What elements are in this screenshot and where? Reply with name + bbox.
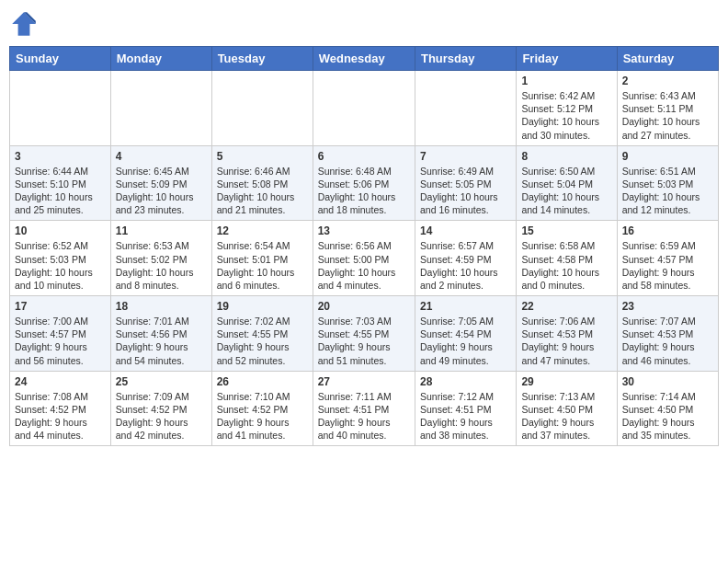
weekday-header-monday: Monday [110,47,211,71]
calendar-cell: 8Sunrise: 6:50 AM Sunset: 5:04 PM Daylig… [517,145,617,221]
day-info: Sunrise: 6:44 AM Sunset: 5:10 PM Dayligh… [15,166,93,216]
calendar-cell: 9Sunrise: 6:51 AM Sunset: 5:03 PM Daylig… [617,145,718,221]
calendar-cell: 11Sunrise: 6:53 AM Sunset: 5:02 PM Dayli… [110,221,211,296]
day-info: Sunrise: 6:51 AM Sunset: 5:03 PM Dayligh… [622,166,700,216]
weekday-header-friday: Friday [517,47,617,71]
weekday-header-wednesday: Wednesday [313,47,415,71]
day-number: 14 [420,224,511,237]
calendar-cell: 15Sunrise: 6:58 AM Sunset: 4:58 PM Dayli… [517,221,617,296]
day-info: Sunrise: 7:05 AM Sunset: 4:54 PM Dayligh… [420,316,494,366]
calendar-cell: 10Sunrise: 6:52 AM Sunset: 5:03 PM Dayli… [10,221,111,296]
calendar-cell: 26Sunrise: 7:10 AM Sunset: 4:52 PM Dayli… [211,371,313,446]
calendar-week-3: 10Sunrise: 6:52 AM Sunset: 5:03 PM Dayli… [10,221,719,296]
day-info: Sunrise: 7:12 AM Sunset: 4:51 PM Dayligh… [420,391,494,442]
day-info: Sunrise: 7:08 AM Sunset: 4:52 PM Dayligh… [15,391,88,442]
day-info: Sunrise: 7:11 AM Sunset: 4:51 PM Dayligh… [318,391,392,442]
day-info: Sunrise: 7:14 AM Sunset: 4:50 PM Dayligh… [622,391,696,442]
day-number: 19 [217,300,308,313]
page-header [9,9,719,39]
day-number: 23 [622,300,713,313]
day-info: Sunrise: 6:57 AM Sunset: 4:59 PM Dayligh… [420,240,498,291]
day-info: Sunrise: 7:13 AM Sunset: 4:50 PM Dayligh… [521,391,595,442]
logo-icon [9,9,39,39]
calendar-cell: 1Sunrise: 6:42 AM Sunset: 5:12 PM Daylig… [517,71,617,146]
calendar-cell: 4Sunrise: 6:45 AM Sunset: 5:09 PM Daylig… [110,145,211,221]
calendar-cell: 30Sunrise: 7:14 AM Sunset: 4:50 PM Dayli… [617,371,718,446]
day-info: Sunrise: 7:10 AM Sunset: 4:52 PM Dayligh… [217,391,290,442]
calendar-week-5: 24Sunrise: 7:08 AM Sunset: 4:52 PM Dayli… [10,371,719,446]
day-info: Sunrise: 6:42 AM Sunset: 5:12 PM Dayligh… [521,90,599,141]
day-number: 6 [318,150,410,163]
calendar-cell: 6Sunrise: 6:48 AM Sunset: 5:06 PM Daylig… [313,145,415,221]
weekday-header-saturday: Saturday [617,47,718,71]
day-number: 28 [420,375,511,388]
calendar-cell: 24Sunrise: 7:08 AM Sunset: 4:52 PM Dayli… [10,371,111,446]
day-number: 16 [622,224,713,237]
day-number: 17 [15,300,106,313]
calendar-cell [313,71,415,146]
day-number: 1 [521,75,611,87]
calendar-cell: 2Sunrise: 6:43 AM Sunset: 5:11 PM Daylig… [617,71,718,146]
calendar-cell: 14Sunrise: 6:57 AM Sunset: 4:59 PM Dayli… [415,221,516,296]
day-info: Sunrise: 6:53 AM Sunset: 5:02 PM Dayligh… [116,240,194,291]
day-info: Sunrise: 7:07 AM Sunset: 4:53 PM Dayligh… [622,316,696,366]
calendar-cell: 28Sunrise: 7:12 AM Sunset: 4:51 PM Dayli… [415,371,516,446]
day-info: Sunrise: 6:49 AM Sunset: 5:05 PM Dayligh… [420,166,498,216]
day-number: 27 [318,375,410,388]
calendar-week-2: 3Sunrise: 6:44 AM Sunset: 5:10 PM Daylig… [10,145,719,221]
day-number: 29 [521,375,611,388]
day-info: Sunrise: 6:52 AM Sunset: 5:03 PM Dayligh… [15,240,93,291]
day-number: 9 [622,150,713,163]
day-number: 7 [420,150,511,163]
day-info: Sunrise: 6:50 AM Sunset: 5:04 PM Dayligh… [521,166,599,216]
day-number: 30 [622,375,713,388]
day-number: 4 [116,150,207,163]
calendar-cell: 23Sunrise: 7:07 AM Sunset: 4:53 PM Dayli… [617,296,718,372]
weekday-header-tuesday: Tuesday [211,47,313,71]
calendar-cell [211,71,313,146]
calendar-cell: 17Sunrise: 7:00 AM Sunset: 4:57 PM Dayli… [10,296,111,372]
day-number: 24 [15,375,106,388]
calendar-cell: 22Sunrise: 7:06 AM Sunset: 4:53 PM Dayli… [517,296,617,372]
weekday-header-sunday: Sunday [10,47,111,71]
day-number: 8 [521,150,611,163]
calendar-cell [10,71,111,146]
calendar-cell: 19Sunrise: 7:02 AM Sunset: 4:55 PM Dayli… [211,296,313,372]
day-number: 2 [622,75,713,87]
day-number: 22 [521,300,611,313]
day-info: Sunrise: 7:00 AM Sunset: 4:57 PM Dayligh… [15,316,88,366]
calendar-cell: 21Sunrise: 7:05 AM Sunset: 4:54 PM Dayli… [415,296,516,372]
calendar-cell: 12Sunrise: 6:54 AM Sunset: 5:01 PM Dayli… [211,221,313,296]
day-info: Sunrise: 6:59 AM Sunset: 4:57 PM Dayligh… [622,240,696,291]
day-info: Sunrise: 6:45 AM Sunset: 5:09 PM Dayligh… [116,166,194,216]
logo [9,9,42,39]
day-info: Sunrise: 7:02 AM Sunset: 4:55 PM Dayligh… [217,316,290,366]
calendar-cell: 27Sunrise: 7:11 AM Sunset: 4:51 PM Dayli… [313,371,415,446]
day-number: 25 [116,375,207,388]
day-info: Sunrise: 7:06 AM Sunset: 4:53 PM Dayligh… [521,316,595,366]
calendar-cell: 18Sunrise: 7:01 AM Sunset: 4:56 PM Dayli… [110,296,211,372]
day-number: 10 [15,224,106,237]
svg-marker-0 [12,12,36,36]
calendar-week-4: 17Sunrise: 7:00 AM Sunset: 4:57 PM Dayli… [10,296,719,372]
day-number: 3 [15,150,106,163]
calendar-cell: 20Sunrise: 7:03 AM Sunset: 4:55 PM Dayli… [313,296,415,372]
day-info: Sunrise: 6:43 AM Sunset: 5:11 PM Dayligh… [622,90,700,141]
day-number: 21 [420,300,511,313]
calendar-cell: 25Sunrise: 7:09 AM Sunset: 4:52 PM Dayli… [110,371,211,446]
calendar-cell: 5Sunrise: 6:46 AM Sunset: 5:08 PM Daylig… [211,145,313,221]
day-number: 12 [217,224,308,237]
day-number: 26 [217,375,308,388]
day-info: Sunrise: 6:54 AM Sunset: 5:01 PM Dayligh… [217,240,295,291]
day-info: Sunrise: 7:09 AM Sunset: 4:52 PM Dayligh… [116,391,189,442]
calendar-cell: 16Sunrise: 6:59 AM Sunset: 4:57 PM Dayli… [617,221,718,296]
day-info: Sunrise: 7:03 AM Sunset: 4:55 PM Dayligh… [318,316,392,366]
day-info: Sunrise: 6:58 AM Sunset: 4:58 PM Dayligh… [521,240,599,291]
calendar-cell: 7Sunrise: 6:49 AM Sunset: 5:05 PM Daylig… [415,145,516,221]
calendar-cell: 13Sunrise: 6:56 AM Sunset: 5:00 PM Dayli… [313,221,415,296]
day-info: Sunrise: 7:01 AM Sunset: 4:56 PM Dayligh… [116,316,189,366]
day-number: 11 [116,224,207,237]
day-number: 5 [217,150,308,163]
weekday-header-thursday: Thursday [415,47,516,71]
calendar-cell: 29Sunrise: 7:13 AM Sunset: 4:50 PM Dayli… [517,371,617,446]
